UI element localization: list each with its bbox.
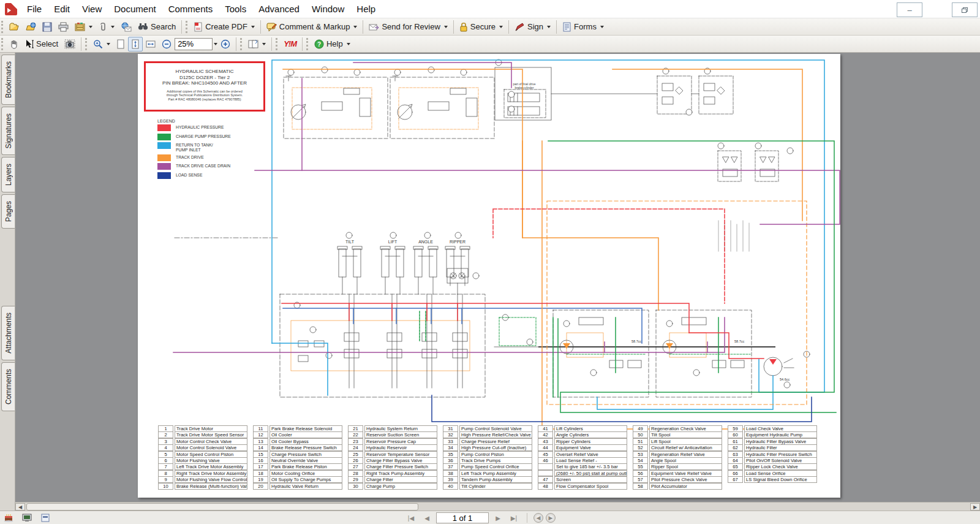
part-number: 39 <box>443 476 458 483</box>
organizer-button[interactable] <box>72 20 96 34</box>
part-description: Charge Pressure Relief <box>459 438 532 445</box>
part-number: 30 <box>348 483 363 490</box>
final-drive-note: part of final drive brake cylinder <box>503 82 546 89</box>
menu-item[interactable]: Document <box>108 1 162 17</box>
create-pdf-button[interactable]: Create PDF <box>190 20 258 34</box>
parts-table-row: 57Pilot Pressure Check Valve <box>633 476 722 482</box>
save-button[interactable] <box>39 20 55 34</box>
toolbar-grip[interactable] <box>240 38 244 50</box>
snapshot-button[interactable] <box>61 37 78 51</box>
zoom-out-button[interactable] <box>159 37 175 51</box>
sidebar-tab[interactable]: Bookmarks <box>1 55 15 105</box>
sidebar-tab[interactable]: Pages <box>1 194 15 229</box>
parts-table-row: 55Ripper Spool <box>633 463 722 469</box>
part-number: 41 <box>538 425 553 432</box>
print-button[interactable] <box>55 20 72 34</box>
parts-table-row: 31Pump Control Solenoid Valve <box>443 425 532 431</box>
scrollbar-thumb[interactable] <box>26 503 418 511</box>
part-number: 43 <box>538 438 553 445</box>
sidebar-tab[interactable]: Signatures <box>1 107 15 155</box>
restore-button[interactable] <box>952 2 978 17</box>
last-page-button[interactable]: ▶| <box>507 512 521 523</box>
part-number: 5 <box>158 451 173 458</box>
menu-item[interactable]: Comments <box>162 1 219 17</box>
horizontal-scrollbar[interactable]: ◀ ▶ <box>15 502 980 511</box>
forms-button[interactable]: Forms <box>559 20 607 34</box>
part-description: Lift Cylinders <box>554 425 627 432</box>
menu-item[interactable]: Window <box>306 1 350 17</box>
parts-table-row: 42Angle Cylinders <box>538 431 627 438</box>
sign-button[interactable]: Sign <box>511 20 554 34</box>
sidebar-tab[interactable]: Attachments <box>1 306 15 360</box>
menu-item[interactable]: Help <box>350 1 382 17</box>
zoom-in-button[interactable] <box>217 37 233 51</box>
menu-item[interactable]: Advanced <box>252 1 306 17</box>
pump-displacement-label: 58.7cc <box>734 340 744 343</box>
part-description: High Pressure Relief/Check Valve <box>459 431 532 438</box>
menu-item[interactable]: File <box>21 1 48 17</box>
cylinder-label-lift: LIFT <box>379 240 406 244</box>
parts-table-row: 7Left Track Drive Motor Assembly <box>158 463 247 469</box>
toolbar-grip[interactable] <box>1 21 5 33</box>
send-review-button[interactable]: Send for Review <box>366 20 450 34</box>
part-number: 35 <box>443 451 458 458</box>
document-pane[interactable]: HYDRAULIC SCHEMATIC D125C DOZER - Tier 2… <box>15 53 980 511</box>
parts-table-row: 38Left Track Pump Assembly <box>443 470 532 476</box>
part-number: 65 <box>728 463 743 470</box>
toolbar-grip[interactable] <box>186 21 189 33</box>
part-number: 13 <box>253 438 268 445</box>
next-view-button[interactable]: ▶ <box>546 513 556 523</box>
actual-size-button[interactable] <box>113 37 128 51</box>
monitor-icon[interactable] <box>22 514 32 522</box>
ym-messenger-button[interactable]: Y!M <box>281 37 300 51</box>
parts-table-column: 1Track Drive Motor2Track Drive Motor Spe… <box>158 425 247 489</box>
email-button[interactable] <box>118 20 135 34</box>
previous-view-button[interactable]: ◀ <box>533 513 543 523</box>
save-icon <box>42 22 52 32</box>
open-button[interactable] <box>6 20 23 34</box>
part-number: 46 <box>538 457 553 464</box>
marquee-zoom-button[interactable] <box>90 37 113 51</box>
sidebar-tab[interactable]: Layers <box>1 157 15 192</box>
part-description: Regeneration Check Valve <box>649 425 722 432</box>
sidebar-tab[interactable]: Comments <box>1 362 15 411</box>
secure-button[interactable]: Secure <box>456 20 506 34</box>
toolbar-grip[interactable] <box>1 38 5 50</box>
toolbar-grip[interactable] <box>306 38 310 50</box>
first-page-button[interactable]: |◀ <box>404 512 418 523</box>
hand-tool-button[interactable] <box>6 37 22 51</box>
part-number: 25 <box>348 451 363 458</box>
part-description: Charge Filter Pressure Switch <box>364 463 437 470</box>
select-tool-button[interactable]: Select <box>22 37 61 51</box>
help-button[interactable]: ? Help <box>311 37 353 51</box>
fit-width-button[interactable] <box>143 37 159 51</box>
scroll-left-arrow[interactable]: ◀ <box>15 503 25 511</box>
minimize-button[interactable]: – <box>897 2 922 17</box>
zoom-level-input[interactable] <box>175 38 213 50</box>
parts-table-row: 52Circuit Relief w/ Anticavitation <box>633 444 722 450</box>
part-number: 47 <box>538 476 553 483</box>
previous-page-button[interactable]: ◀ <box>420 512 434 523</box>
next-page-button[interactable]: ▶ <box>491 512 505 523</box>
legend-color-swatch <box>157 142 171 149</box>
page-indicator-input[interactable] <box>436 512 489 523</box>
parts-table-row: 34High Pressure Cut-off (Inactive) <box>443 444 532 450</box>
toolbar-grip[interactable] <box>85 38 89 50</box>
part-description: Load Check Valve <box>744 425 817 432</box>
page-display-button[interactable] <box>245 37 269 51</box>
toolbar-grip[interactable] <box>276 38 279 50</box>
schematic-title-line: HYDRAULIC SCHEMATIC <box>146 69 263 75</box>
comment-markup-button[interactable]: Comment & Markup <box>263 20 361 34</box>
search-button[interactable]: Search <box>135 20 179 34</box>
menu-item[interactable]: Tools <box>219 1 252 17</box>
document-size-icon[interactable] <box>40 514 50 522</box>
part-description: Reservoir Temperature Sensor <box>364 451 437 458</box>
menu-item[interactable]: Edit <box>48 1 76 17</box>
scroll-right-arrow[interactable]: ▶ <box>970 503 980 511</box>
fit-page-button[interactable] <box>128 37 143 51</box>
cake-icon[interactable] <box>4 514 13 522</box>
zoom-tool-icon <box>93 39 103 49</box>
attach-button[interactable] <box>96 20 118 34</box>
open-web-button[interactable] <box>23 20 39 34</box>
menu-item[interactable]: View <box>76 1 108 17</box>
